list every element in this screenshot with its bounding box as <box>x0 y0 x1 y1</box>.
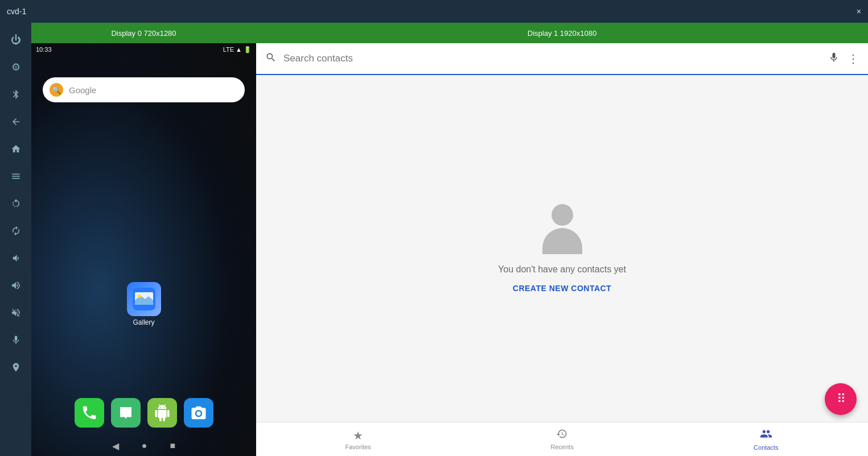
contacts-search-bar: ⋮ <box>256 43 868 75</box>
volume-high-icon[interactable] <box>5 274 27 297</box>
contacts-tab-label: Contacts <box>754 444 778 451</box>
bluetooth-icon[interactable] <box>5 83 27 106</box>
gallery-icon-box <box>127 282 161 316</box>
home-icon[interactable] <box>5 138 27 160</box>
display1-header: Display 1 1920x1080 <box>256 23 868 43</box>
contacts-search-input[interactable] <box>283 53 821 64</box>
lte-indicator: LTE <box>223 46 234 53</box>
display0-screen[interactable]: 10:33 LTE ▲ 🔋 🔍 Google <box>31 43 256 456</box>
gallery-app-icon[interactable]: Gallery <box>127 282 161 326</box>
favorites-icon: ★ <box>353 429 363 442</box>
android-store-icon[interactable] <box>111 398 141 428</box>
refresh-icon[interactable] <box>5 219 27 242</box>
fab-icon: ⠿ <box>837 392 845 407</box>
app-title: cvd-1 <box>7 7 26 16</box>
recents-tab[interactable]: Recents <box>460 422 664 456</box>
contacts-screen: ⋮ You don't have any contacts yet CREATE… <box>256 43 868 456</box>
avatar-body <box>542 228 582 254</box>
favorites-label: Favorites <box>345 443 371 450</box>
no-contacts-message: You don't have any contacts yet <box>498 264 626 275</box>
rotate-icon[interactable] <box>5 192 27 215</box>
phone-search-placeholder: Google <box>69 85 96 95</box>
status-bar: 10:33 LTE ▲ 🔋 <box>31 43 256 56</box>
contacts-more-button[interactable]: ⋮ <box>848 52 859 65</box>
google-search-icon: 🔍 <box>50 83 63 97</box>
phone-nav-bar: ◀ ● ■ <box>31 441 256 451</box>
power-icon[interactable]: ⏻ <box>5 28 27 51</box>
recents-label: Recents <box>550 443 573 450</box>
back-nav-button[interactable]: ◀ <box>112 441 119 451</box>
home-nav-button[interactable]: ● <box>142 441 147 451</box>
fab-button[interactable]: ⠿ <box>825 383 857 415</box>
contacts-tab[interactable]: Contacts <box>664 422 868 456</box>
favorites-tab[interactable]: ★ Favorites <box>256 422 460 456</box>
gallery-app-label: Gallery <box>133 318 154 326</box>
contacts-empty-state: You don't have any contacts yet CREATE N… <box>256 75 868 422</box>
svg-point-3 <box>138 295 141 298</box>
display0-header: Display 0 720x1280 <box>31 23 256 43</box>
contacts-search-actions: ⋮ <box>828 52 859 66</box>
status-time: 10:33 <box>36 46 52 53</box>
contacts-bottom-nav: ★ Favorites Recents Contacts <box>256 422 868 456</box>
contacts-icon <box>760 428 772 443</box>
status-right-icons: LTE ▲ 🔋 <box>223 46 252 53</box>
recents-icon <box>556 428 567 442</box>
display0-container: Display 0 720x1280 10:33 LTE ▲ 🔋 🔍 Googl… <box>31 23 256 456</box>
phone-search-bar[interactable]: 🔍 Google <box>43 77 245 102</box>
phone-background <box>31 43 256 456</box>
phone-dock <box>31 398 256 428</box>
main-area: ⏻ ⚙ <box>0 23 868 456</box>
signal-icon: ▲ <box>236 46 242 53</box>
phone-app-icon[interactable] <box>75 398 104 428</box>
volume-mid-icon[interactable] <box>5 247 27 270</box>
mic-sidebar-icon[interactable] <box>5 329 27 351</box>
recent-nav-button[interactable]: ■ <box>170 441 176 451</box>
display1-label: Display 1 1920x1080 <box>528 29 597 38</box>
empty-avatar <box>540 204 585 255</box>
settings-icon[interactable]: ⚙ <box>5 56 27 78</box>
contacts-search-icon <box>265 52 277 66</box>
location-icon[interactable] <box>5 356 27 379</box>
mute-icon[interactable] <box>5 301 27 324</box>
close-button[interactable]: × <box>857 7 861 15</box>
android-robot-icon[interactable] <box>147 398 177 428</box>
title-bar: cvd-1 × <box>0 0 868 23</box>
menu-icon[interactable] <box>5 165 27 188</box>
back-icon[interactable] <box>5 110 27 133</box>
battery-icon: 🔋 <box>244 46 252 53</box>
sidebar: ⏻ ⚙ <box>0 23 31 456</box>
display1-container: Display 1 1920x1080 ⋮ <box>256 23 868 456</box>
camera-app-icon[interactable] <box>184 398 213 428</box>
create-new-contact-button[interactable]: CREATE NEW CONTACT <box>513 284 611 293</box>
display0-label: Display 0 720x1280 <box>111 29 176 38</box>
avatar-head <box>552 204 573 226</box>
voice-search-button[interactable] <box>828 52 840 66</box>
